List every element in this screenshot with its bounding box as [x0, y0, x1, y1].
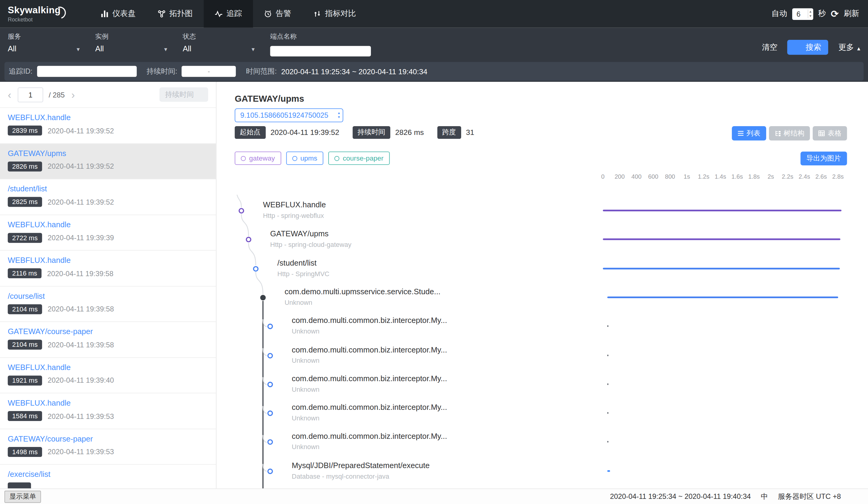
span-component: Http - SpringMVC	[277, 270, 329, 278]
time-range-value[interactable]: 2020-04-11 19:25:34 ~ 2020-04-11 19:40:3…	[281, 67, 427, 75]
nav-item-alarm[interactable]: 告警	[253, 0, 302, 28]
view-mode-button[interactable]: 列表	[732, 126, 766, 141]
trace-title: WEBFLUX.handle	[8, 220, 208, 229]
span-node-icon[interactable]	[267, 353, 273, 358]
more-toggle-button[interactable]: 更多	[838, 42, 860, 52]
span-node-icon[interactable]	[267, 410, 273, 416]
view-mode-button[interactable]: 树结构	[769, 126, 810, 141]
trace-list-item[interactable]: WEBFLUX.handle 1921 ms 2020-04-11 19:39:…	[0, 358, 216, 393]
duration-filter-label: 持续时间:	[146, 66, 177, 76]
service-chip[interactable]: upms	[286, 151, 323, 165]
logo[interactable]: Skywalking Rocketbot	[0, 5, 90, 23]
trace-timestamp: 2020-04-11 19:39:39	[48, 234, 114, 242]
view-mode-button[interactable]: 表格	[813, 126, 847, 141]
trace-list-item[interactable]: /course/list 2104 ms 2020-04-11 19:39:58	[0, 286, 216, 322]
span-duration-bar[interactable]	[607, 441, 608, 443]
search-button[interactable]: 搜索	[787, 40, 828, 55]
top-navbar: Skywalking Rocketbot 仪表盘 拓扑图 追踪 告警 指标对比 …	[0, 0, 868, 28]
span-duration-bar[interactable]	[607, 354, 608, 356]
page-total: / 285	[49, 91, 65, 99]
span-duration-bar[interactable]	[607, 325, 608, 327]
span-duration-bar[interactable]	[603, 239, 840, 240]
trace-span-row[interactable]: com.demo.multi.common.biz.interceptor.My…	[217, 339, 868, 368]
trace-span-row[interactable]: GATEWAY/upms Http - spring-cloud-gateway	[217, 224, 868, 252]
endpoint-name-input[interactable]	[270, 46, 371, 56]
page-number-input[interactable]	[18, 87, 43, 102]
span-node-icon[interactable]	[246, 237, 251, 242]
nav-item-topology[interactable]: 拓扑图	[147, 0, 204, 28]
span-component: Unknown	[292, 356, 320, 364]
span-node-icon[interactable]	[260, 295, 266, 300]
trace-span-row[interactable]: com.demo.multi.upmsservice.service.Stude…	[217, 282, 868, 310]
footer-time-range[interactable]: 2020-04-11 19:25:34 ~ 2020-04-11 19:40:3…	[610, 492, 751, 500]
compare-icon	[313, 10, 321, 18]
meta-label-badge: 持续时间	[352, 126, 390, 139]
trace-list-item[interactable]: GATEWAY/course-paper 2104 ms 2020-04-11 …	[0, 322, 216, 358]
nav-item-dashboard[interactable]: 仪表盘	[90, 0, 147, 28]
sort-by-duration-button[interactable]: 持续时间	[159, 87, 208, 102]
server-timezone[interactable]: 服务器时区 UTC +8	[778, 492, 841, 502]
span-duration-bar[interactable]	[607, 470, 610, 471]
span-name: com.demo.multi.common.biz.interceptor.My…	[292, 403, 447, 412]
trace-span-row[interactable]: com.demo.multi.common.biz.interceptor.My…	[217, 368, 868, 397]
span-node-icon[interactable]	[267, 439, 273, 445]
span-node-icon[interactable]	[267, 469, 273, 474]
auto-refresh-interval-input[interactable]	[792, 8, 813, 20]
service-select[interactable]: All	[8, 44, 80, 53]
export-image-button[interactable]: 导出为图片	[800, 151, 847, 165]
duration-range-input[interactable]	[182, 66, 236, 77]
span-node-icon[interactable]	[239, 208, 244, 213]
trace-span-row[interactable]: com.demo.multi.common.biz.interceptor.My…	[217, 397, 868, 426]
span-name: /student/list	[277, 258, 317, 267]
span-duration-bar[interactable]	[607, 383, 608, 385]
span-name: WEBFLUX.handle	[263, 200, 326, 209]
copy-icon[interactable]	[350, 109, 358, 119]
show-menu-button[interactable]: 显示菜单	[4, 491, 41, 503]
language-toggle[interactable]: 中	[761, 492, 768, 502]
service-chip[interactable]: gateway	[235, 151, 281, 165]
trace-span-row[interactable]: /student/list Http - SpringMVC	[217, 253, 868, 281]
span-duration-bar[interactable]	[603, 267, 840, 269]
refresh-icon[interactable]	[831, 8, 839, 20]
trace-list: WEBFLUX.handle 2839 ms 2020-04-11 19:39:…	[0, 108, 216, 488]
trace-list-item[interactable]: /student/list 2825 ms 2020-04-11 19:39:5…	[0, 179, 216, 215]
timeline-axis: 02004006008001s1.2s1.4s1.6s1.8s2s2.2s2.4…	[217, 173, 868, 183]
nav-item-compare[interactable]: 指标对比	[302, 0, 367, 28]
logo-subtitle: Rocketbot	[8, 17, 90, 23]
trace-list-item[interactable]: WEBFLUX.handle 2722 ms 2020-04-11 19:39:…	[0, 215, 216, 251]
span-node-icon[interactable]	[267, 324, 273, 329]
trace-timestamp: 2020-04-11 19:39:58	[48, 340, 114, 349]
span-duration-bar[interactable]	[603, 210, 841, 211]
span-duration-bar[interactable]	[607, 296, 838, 298]
trace-list-item[interactable]: /exercise/list	[0, 465, 216, 489]
nav-item-trace[interactable]: 追踪	[204, 0, 253, 28]
trace-list-item[interactable]: WEBFLUX.handle 2839 ms 2020-04-11 19:39:…	[0, 108, 216, 143]
span-node-icon[interactable]	[267, 381, 273, 387]
segment-id-select[interactable]: 9.105.15866051924750025	[235, 108, 343, 122]
prev-page-icon[interactable]	[8, 89, 16, 100]
span-duration-bar[interactable]	[607, 412, 608, 414]
trace-id-input[interactable]	[37, 66, 136, 77]
trace-list-item[interactable]: WEBFLUX.handle 2116 ms 2020-04-11 19:39:…	[0, 251, 216, 286]
service-label: 服务	[8, 32, 95, 41]
trace-list-item[interactable]: WEBFLUX.handle 1584 ms 2020-04-11 19:39:…	[0, 393, 216, 429]
status-label: 状态	[183, 32, 270, 41]
trace-list-item[interactable]: GATEWAY/course-paper 1498 ms 2020-04-11 …	[0, 429, 216, 464]
trace-duration-badge: 2104 ms	[8, 339, 42, 349]
trace-list-item[interactable]: GATEWAY/upms 2826 ms 2020-04-11 19:39:52	[0, 144, 216, 179]
instance-select[interactable]: All	[95, 44, 167, 53]
status-select[interactable]: All	[183, 44, 255, 53]
trace-title: WEBFLUX.handle	[8, 398, 208, 407]
view-mode-switcher: 列表 树结构 表格	[732, 126, 847, 141]
service-chip[interactable]: course-paper	[328, 151, 390, 165]
refresh-button[interactable]: 刷新	[844, 9, 859, 19]
trace-span-row[interactable]: com.demo.multi.common.biz.interceptor.My…	[217, 426, 868, 455]
trace-span-row[interactable]: com.demo.multi.common.biz.interceptor.My…	[217, 311, 868, 339]
number-spinner-icon[interactable]	[808, 9, 812, 18]
trace-span-row[interactable]: Mysql/JDBI/PreparedStatement/execute Dat…	[217, 455, 868, 484]
span-node-icon[interactable]	[253, 266, 259, 271]
next-page-icon[interactable]	[71, 89, 79, 100]
clear-button[interactable]: 清空	[751, 42, 778, 52]
trace-span-row[interactable]: WEBFLUX.handle Http - spring-webflux	[217, 195, 868, 223]
timezone-clock-icon[interactable]	[851, 492, 860, 501]
